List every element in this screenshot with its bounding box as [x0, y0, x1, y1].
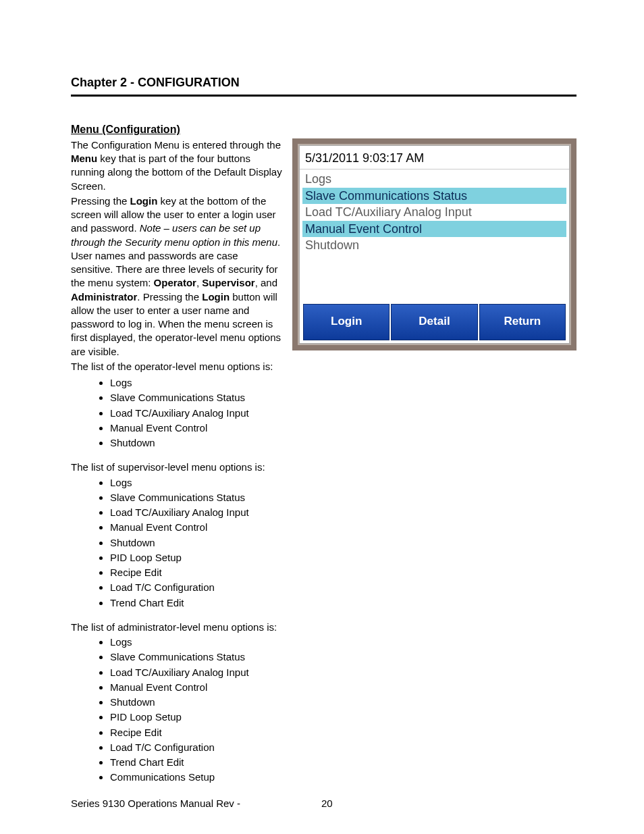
text: The Configuration Menu is entered throug… — [71, 139, 281, 151]
role-supervisor: Supervisor — [202, 277, 254, 288]
left-column: The Configuration Menu is entered throug… — [71, 138, 283, 375]
list-item: Load TC/Auxiliary Analog Input — [110, 407, 576, 420]
list-item: Recipe Edit — [110, 566, 576, 579]
footer-manual-title: Series 9130 Operations Manual Rev - — [71, 797, 240, 810]
device-menu-item[interactable]: Slave Communications Status — [302, 188, 566, 205]
list-item: PID Loop Setup — [110, 710, 576, 724]
list-item: Shutdown — [110, 696, 576, 709]
list-item: Shutdown — [110, 436, 576, 450]
login-button-label: Login — [202, 291, 230, 303]
return-button[interactable]: Return — [479, 304, 566, 340]
list-item: Load T/C Configuration — [110, 741, 576, 754]
device-menu-item[interactable]: Shutdown — [302, 237, 566, 254]
text: . Pressing the — [137, 291, 202, 303]
page-footer: Series 9130 Operations Manual Rev - 20 — [71, 797, 576, 810]
role-operator: Operator — [154, 277, 196, 288]
device-screenshot: 5/31/2011 9:03:17 AM LogsSlave Communica… — [292, 138, 576, 350]
device-menu-item[interactable]: Manual Event Control — [302, 221, 566, 238]
supervisor-level-list: LogsSlave Communications StatusLoad TC/A… — [71, 476, 576, 610]
list-item: Trend Chart Edit — [110, 756, 576, 769]
list-item: Slave Communications Status — [110, 491, 576, 504]
device-menu-item[interactable]: Load TC/Auxiliary Analog Input — [302, 204, 566, 221]
operator-level-list: LogsSlave Communications StatusLoad TC/A… — [71, 376, 576, 450]
text: Pressing the — [71, 195, 130, 207]
device-button-bar: LoginDetailReturn — [300, 301, 569, 343]
list-item: Logs — [110, 635, 576, 649]
device-menu-item[interactable]: Logs — [302, 171, 566, 188]
list-item: Load T/C Configuration — [110, 581, 576, 594]
intro-paragraph-2: Pressing the Login key at the bottom of … — [71, 194, 283, 359]
list-item: Load TC/Auxiliary Analog Input — [110, 506, 576, 519]
administrator-level-list: LogsSlave Communications StatusLoad TC/A… — [71, 635, 576, 785]
login-key-label: Login — [130, 195, 158, 207]
list-item: Shutdown — [110, 536, 576, 550]
administrator-list-intro: The list of administrator-level menu opt… — [71, 621, 576, 634]
chapter-title: Chapter 2 - CONFIGURATION — [71, 74, 576, 90]
device-menu-list: LogsSlave Communications StatusLoad TC/A… — [300, 170, 569, 301]
role-administrator: Administrator — [71, 291, 137, 303]
text: , — [196, 277, 202, 288]
operator-list-intro: The list of the operator-level menu opti… — [71, 360, 283, 373]
list-item: Slave Communications Status — [110, 650, 576, 664]
right-column: 5/31/2011 9:03:17 AM LogsSlave Communica… — [292, 138, 576, 350]
supervisor-list-intro: The list of supervisor-level menu option… — [71, 461, 576, 474]
list-item: Recipe Edit — [110, 726, 576, 739]
login-button[interactable]: Login — [303, 304, 390, 340]
text: key that is part of the four buttons run… — [71, 153, 282, 192]
list-item: Logs — [110, 476, 576, 490]
list-item: Manual Event Control — [110, 421, 576, 435]
horizontal-rule — [71, 95, 576, 97]
list-item: Slave Communications Status — [110, 391, 576, 405]
device-timestamp: 5/31/2011 9:03:17 AM — [300, 146, 569, 170]
list-item: Manual Event Control — [110, 521, 576, 534]
list-item: PID Loop Setup — [110, 551, 576, 565]
list-item: Load TC/Auxiliary Analog Input — [110, 666, 576, 679]
menu-key-label: Menu — [71, 153, 97, 164]
list-item: Communications Setup — [110, 771, 576, 784]
list-item: Trend Chart Edit — [110, 596, 576, 610]
intro-paragraph-1: The Configuration Menu is entered throug… — [71, 138, 283, 193]
text: , and — [255, 277, 277, 288]
list-item: Manual Event Control — [110, 681, 576, 694]
detail-button[interactable]: Detail — [391, 304, 477, 340]
list-item: Logs — [110, 376, 576, 390]
section-title: Menu (Configuration) — [71, 122, 576, 137]
footer-page-number: 20 — [321, 797, 333, 810]
